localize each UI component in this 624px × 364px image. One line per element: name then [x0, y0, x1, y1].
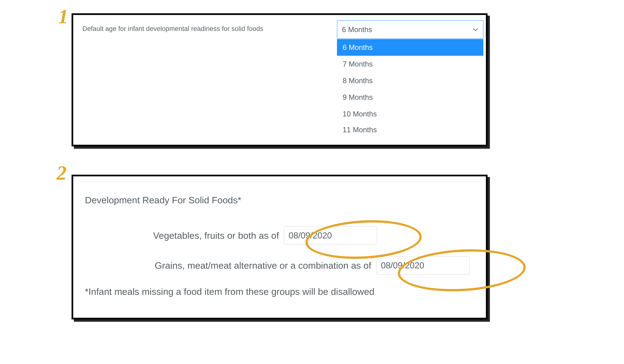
veg-fruit-date-input[interactable]: 08/09/2020 [284, 226, 377, 245]
default-age-label: Default age for infant developmental rea… [82, 25, 263, 32]
panel-development-ready: Development Ready For Solid Foods* Veget… [72, 175, 488, 319]
footnote-text: *Infant meals missing a food item from t… [85, 286, 374, 297]
age-option-11-months[interactable]: 11 Months [337, 122, 483, 137]
annotation-step-1: 1 [58, 7, 68, 26]
default-age-selected-value: 6 Months [342, 26, 372, 34]
grains-meat-label: Grains, meat/meat alternative or a combi… [155, 260, 371, 271]
default-age-listbox[interactable]: 6 Months 7 Months 8 Months 9 Months 10 M… [337, 39, 483, 145]
age-option-10-months[interactable]: 10 Months [337, 106, 483, 122]
age-option-6-months[interactable]: 6 Months [337, 39, 483, 56]
chevron-down-icon [473, 27, 478, 32]
age-option-7-months[interactable]: 7 Months [337, 56, 483, 72]
divider [80, 181, 479, 182]
veg-fruit-label: Vegetables, fruits or both as of [153, 230, 279, 241]
age-option-8-months[interactable]: 8 Months [337, 72, 483, 89]
veg-fruit-row: Vegetables, fruits or both as of 08/09/2… [153, 226, 377, 245]
stage: 1 Default age for infant developmental r… [0, 0, 624, 364]
panel-default-age: Default age for infant developmental rea… [72, 13, 488, 146]
development-ready-title: Development Ready For Solid Foods* [85, 195, 241, 206]
default-age-select[interactable]: 6 Months [337, 21, 483, 39]
annotation-step-2: 2 [56, 163, 67, 183]
age-option-9-months[interactable]: 9 Months [337, 89, 483, 106]
grains-meat-row: Grains, meat/meat alternative or a combi… [155, 256, 469, 275]
grains-meat-date-input[interactable]: 08/09/2020 [376, 256, 469, 275]
